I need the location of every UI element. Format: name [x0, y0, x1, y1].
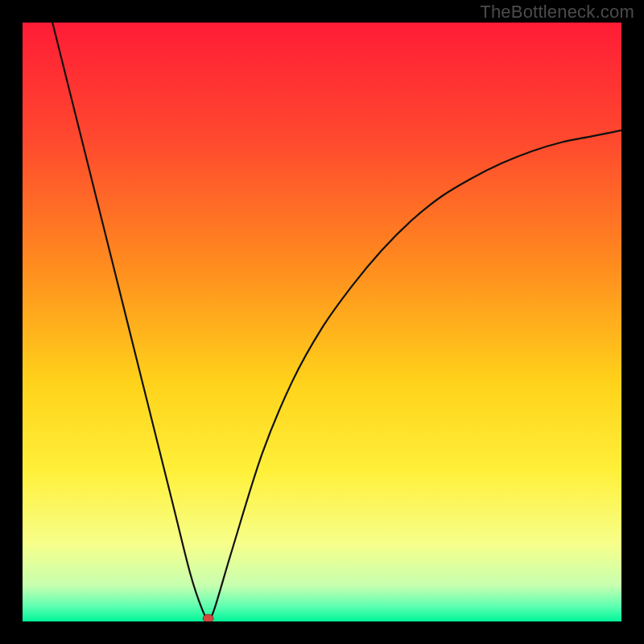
plot-area	[23, 23, 621, 621]
gradient-background	[23, 23, 621, 621]
chart-frame: TheBottleneck.com	[0, 0, 644, 644]
optimal-point-marker	[203, 614, 213, 621]
plot-svg	[23, 23, 621, 621]
attribution-label: TheBottleneck.com	[480, 2, 634, 23]
